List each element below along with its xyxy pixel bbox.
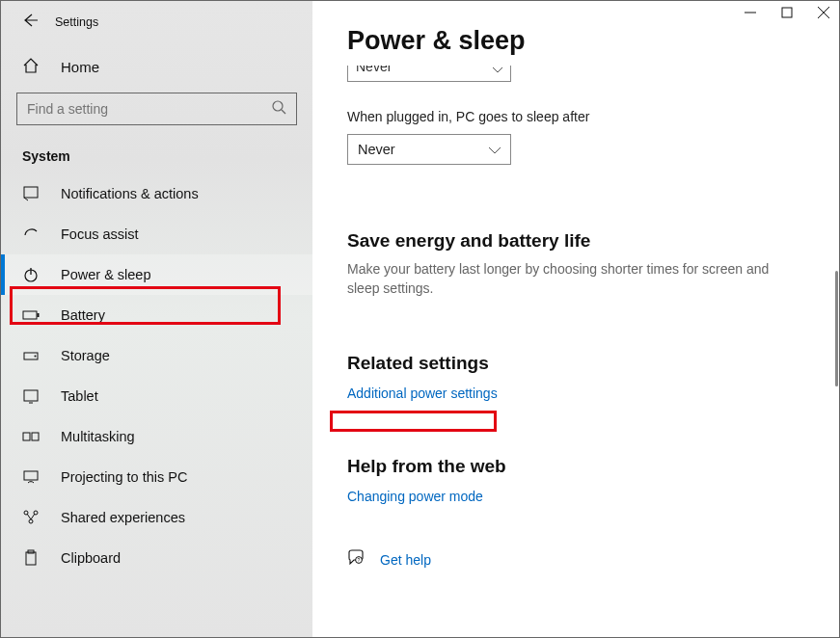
chevron-down-icon (489, 142, 501, 157)
home-label: Home (61, 59, 99, 75)
sleep-plugged-dropdown[interactable]: Never (347, 134, 511, 165)
sidebar-item-label: Power & sleep (61, 267, 151, 282)
close-button[interactable] (818, 7, 829, 18)
svg-line-1 (282, 110, 285, 114)
search-box[interactable] (16, 93, 297, 125)
scrollbar-thumb[interactable] (835, 271, 838, 386)
sidebar-item-battery[interactable]: Battery (1, 295, 312, 335)
svg-rect-2 (24, 187, 38, 198)
sidebar-nav: Notifications & actions Focus assist Pow… (1, 173, 312, 578)
sidebar-item-label: Storage (61, 348, 110, 363)
sidebar-item-multitasking[interactable]: Multitasking (1, 416, 312, 457)
sleep-plugged-label: When plugged in, PC goes to sleep after (347, 109, 804, 124)
sidebar-item-power-sleep[interactable]: Power & sleep (1, 254, 312, 295)
minimize-button[interactable] (745, 7, 756, 18)
sidebar-item-label: Shared experiences (61, 510, 185, 525)
clipboard-icon (22, 549, 40, 567)
window-title: Settings (55, 15, 98, 29)
related-settings-heading: Related settings (347, 353, 804, 374)
sidebar-item-label: Tablet (61, 388, 98, 404)
maximize-button[interactable] (781, 7, 793, 18)
svg-rect-13 (24, 471, 38, 480)
section-label: System (1, 125, 312, 173)
svg-rect-5 (23, 311, 37, 319)
get-help-link[interactable]: Get help (380, 552, 431, 568)
sidebar-item-clipboard[interactable]: Clipboard (1, 538, 312, 578)
sidebar: Settings Home System Notifications & act… (1, 1, 312, 637)
svg-rect-20 (782, 8, 792, 17)
window-controls (745, 7, 829, 18)
scrollbar[interactable] (835, 1, 839, 637)
additional-power-settings-link[interactable]: Additional power settings (347, 385, 498, 401)
svg-rect-11 (23, 433, 30, 440)
svg-point-0 (273, 101, 283, 111)
changing-power-mode-link[interactable]: Changing power mode (347, 489, 483, 504)
svg-rect-17 (26, 552, 36, 565)
sidebar-item-label: Multitasking (61, 429, 135, 444)
sidebar-item-projecting[interactable]: Projecting to this PC (1, 457, 312, 497)
back-icon[interactable] (22, 13, 38, 32)
sidebar-item-tablet[interactable]: Tablet (1, 376, 312, 416)
search-icon (272, 100, 286, 119)
sidebar-item-notifications[interactable]: Notifications & actions (1, 173, 312, 214)
dropdown-value: Never (358, 142, 395, 157)
projecting-icon (22, 468, 40, 486)
save-energy-heading: Save energy and battery life (347, 230, 804, 252)
sidebar-item-label: Projecting to this PC (61, 469, 187, 485)
battery-icon (22, 306, 40, 324)
multitasking-icon (22, 428, 40, 445)
dropdown-value: Never (356, 66, 392, 74)
power-icon (22, 266, 40, 283)
page-title: Power & sleep (347, 26, 804, 56)
sidebar-item-focus-assist[interactable]: Focus assist (1, 214, 312, 254)
screen-timeout-dropdown[interactable]: Never (347, 66, 511, 82)
focus-assist-icon (22, 226, 40, 243)
sidebar-item-label: Focus assist (61, 226, 139, 242)
svg-rect-12 (32, 433, 39, 440)
chevron-down-icon (493, 66, 502, 76)
sidebar-item-label: Battery (61, 307, 105, 323)
sidebar-item-storage[interactable]: Storage (1, 335, 312, 376)
svg-point-16 (29, 519, 33, 523)
svg-text:?: ? (358, 557, 361, 563)
svg-rect-9 (24, 390, 38, 401)
sidebar-home[interactable]: Home (1, 45, 312, 81)
home-icon (22, 57, 40, 77)
main-content: Power & sleep Never When plugged in, PC … (312, 1, 839, 637)
sidebar-item-label: Notifications & actions (61, 186, 199, 201)
search-input[interactable] (27, 101, 272, 117)
save-energy-desc: Make your battery last longer by choosin… (347, 259, 804, 299)
sidebar-item-label: Clipboard (61, 550, 121, 566)
svg-point-8 (35, 356, 37, 358)
tablet-icon (22, 387, 40, 405)
shared-exp-icon (22, 509, 40, 526)
help-web-heading: Help from the web (347, 456, 804, 477)
notifications-icon (22, 185, 40, 202)
svg-rect-6 (38, 313, 40, 317)
sidebar-item-shared-experiences[interactable]: Shared experiences (1, 497, 312, 538)
storage-icon (22, 347, 40, 364)
get-help-icon: ? (347, 549, 365, 571)
